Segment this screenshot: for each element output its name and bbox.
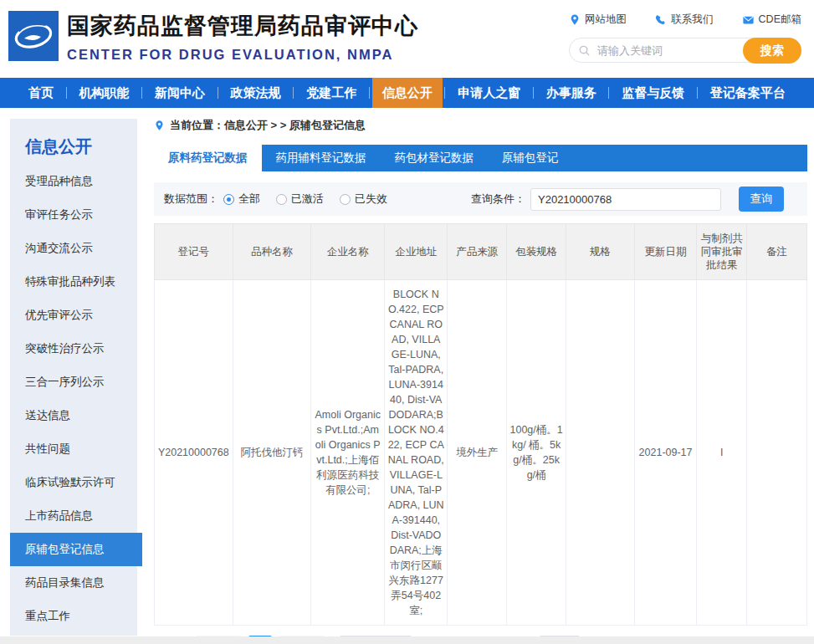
sidebar-item-breakthrough-therapy[interactable]: 突破性治疗公示 <box>10 332 137 365</box>
nav-divider <box>293 87 294 99</box>
contact-label: 联系我们 <box>671 13 713 27</box>
col-packaging-spec: 包装规格 <box>507 224 566 280</box>
nav-item-registration-platform[interactable]: 登记备案平台 <box>700 78 796 108</box>
cde-mail-link[interactable]: CDE邮箱 <box>742 13 801 27</box>
phone-icon <box>655 14 667 26</box>
col-update-date: 更新日期 <box>635 224 697 280</box>
location-pin-icon <box>569 13 581 26</box>
scope-radio-group: 全部 已激活 已失效 <box>223 192 387 207</box>
nav-item-home[interactable]: 首页 <box>18 78 64 108</box>
nav-item-organization[interactable]: 机构职能 <box>69 78 140 108</box>
sitemap-link[interactable]: 网站地图 <box>569 13 627 27</box>
nav-divider <box>218 87 218 99</box>
tab-api-registration-data[interactable]: 原料药登记数据 <box>154 145 262 171</box>
site-search-button[interactable]: 搜索 <box>743 38 801 64</box>
envelope-icon <box>742 14 755 26</box>
site-title: 国家药品监督管理局药品审评中心 <box>67 11 418 41</box>
tab-excipient-registration-data[interactable]: 药用辅料登记数据 <box>262 145 381 171</box>
cde-logo-icon <box>8 11 59 61</box>
tab-packaging-registration-data[interactable]: 药包材登记数据 <box>381 145 489 171</box>
col-spec: 规格 <box>566 224 635 280</box>
query-condition-input[interactable] <box>530 188 721 211</box>
col-variety-name: 品种名称 <box>233 224 311 280</box>
tab-raw-material-registration[interactable]: 原辅包登记 <box>488 145 573 171</box>
radio-expired-dot <box>340 194 351 205</box>
sidebar-item-communication[interactable]: 沟通交流公示 <box>10 232 137 265</box>
cell-variety-name: 阿托伐他汀钙 <box>233 280 311 626</box>
sidebar-title: 信息公开 <box>10 135 137 158</box>
search-icon <box>578 44 591 57</box>
cell-company-name: Amoli Organics Pvt.Ltd.;Amoli Organics P… <box>311 280 385 626</box>
radio-activated-label: 已激活 <box>291 192 324 207</box>
filter-bar: 数据范围： 全部 已激活 已失效 查询条件： <box>154 182 807 216</box>
nav-item-policy[interactable]: 政策法规 <box>221 78 291 108</box>
sidebar-item-clinical-trial-license[interactable]: 临床试验默示许可 <box>10 466 137 499</box>
sidebar-item-key-work[interactable]: 重点工作 <box>10 600 137 633</box>
content: 信息公开 受理品种信息 审评任务公示 沟通交流公示 特殊审批品种列表 优先审评公… <box>0 108 814 644</box>
col-company-address: 企业地址 <box>385 224 448 280</box>
sidebar-item-priority-review[interactable]: 优先审评公示 <box>10 299 137 332</box>
radio-all[interactable]: 全部 <box>223 192 260 207</box>
breadcrumb: 当前位置：信息公开 > > 原辅包登记信息 <box>154 116 807 135</box>
radio-expired[interactable]: 已失效 <box>340 192 387 207</box>
sidebar-item-drug-catalog[interactable]: 药品目录集信息 <box>10 566 137 600</box>
cell-joint-review-result: I <box>697 280 747 626</box>
main-panel: 当前位置：信息公开 > > 原辅包登记信息 原料药登记数据 药用辅料登记数据 药… <box>154 116 807 644</box>
nav-item-supervision-feedback[interactable]: 监督与反馈 <box>612 78 694 108</box>
col-joint-review-result: 与制剂共同审批审批结果 <box>697 224 747 280</box>
col-company-name: 企业名称 <box>311 224 385 280</box>
breadcrumb-text: 当前位置：信息公开 > > 原辅包登记信息 <box>170 118 366 133</box>
nav-divider <box>369 87 370 99</box>
nav-divider <box>66 87 67 99</box>
col-remarks: 备注 <box>747 224 807 280</box>
sidebar-item-special-approval-list[interactable]: 特殊审批品种列表 <box>10 265 137 299</box>
site-search-bar: 搜索 <box>569 38 801 63</box>
radio-activated-dot <box>276 194 287 205</box>
page: 国家药品监督管理局药品审评中心 CENTER FOR DRUG EVALUATI… <box>0 0 814 644</box>
nav-divider <box>141 87 142 99</box>
site-subtitle: CENTER FOR DRUG EVALUATION, NMPA <box>67 47 418 63</box>
nav-item-services[interactable]: 办事服务 <box>536 78 607 108</box>
col-product-source: 产品来源 <box>448 224 507 280</box>
tab-bar: 原料药登记数据 药用辅料登记数据 药包材登记数据 原辅包登记 <box>154 145 807 171</box>
nav-item-info-disclosure[interactable]: 信息公开 <box>372 78 443 108</box>
sitemap-label: 网站地图 <box>585 13 627 27</box>
table-header-row: 登记号 品种名称 企业名称 企业地址 产品来源 包装规格 规格 更新日期 与制剂… <box>155 224 807 280</box>
nav-divider <box>608 87 609 99</box>
contact-link[interactable]: 联系我们 <box>655 13 713 27</box>
radio-all-label: 全部 <box>238 192 260 207</box>
query-button[interactable]: 查询 <box>739 187 784 212</box>
nav-item-party-building[interactable]: 党建工作 <box>296 78 366 108</box>
nav-divider <box>444 87 445 99</box>
col-registration-no: 登记号 <box>155 224 233 280</box>
radio-all-dot <box>223 194 234 205</box>
sidebar: 信息公开 受理品种信息 审评任务公示 沟通交流公示 特殊审批品种列表 优先审评公… <box>10 119 137 636</box>
sidebar-item-common-issues[interactable]: 共性问题 <box>10 432 137 466</box>
cell-spec <box>566 280 635 626</box>
cell-company-address: BLOCK NO.422, ECP CANAL ROAD, VILLAGE-LU… <box>385 280 448 626</box>
cell-registration-no: Y20210000768 <box>155 280 233 626</box>
sidebar-item-review-tasks[interactable]: 审评任务公示 <box>10 198 137 232</box>
main-nav: 首页 机构职能 新闻中心 政策法规 党建工作 信息公开 申请人之窗 办事服务 监… <box>0 78 814 108</box>
sidebar-item-three-in-one-sequence[interactable]: 三合一序列公示 <box>10 365 137 399</box>
cell-packaging-spec: 100g/桶。1kg/ 桶。5kg/桶。25kg/桶 <box>507 280 566 626</box>
table-row: Y20210000768 阿托伐他汀钙 Amoli Organics Pvt.L… <box>155 280 807 626</box>
page-bottom-strip <box>0 636 814 644</box>
brand: 国家药品监督管理局药品审评中心 CENTER FOR DRUG EVALUATI… <box>67 11 418 63</box>
quick-links: 网站地图 联系我们 CDE邮箱 <box>569 13 801 27</box>
nav-divider <box>533 87 534 99</box>
nav-item-applicant-window[interactable]: 申请人之窗 <box>448 78 530 108</box>
nav-item-news[interactable]: 新闻中心 <box>145 78 215 108</box>
sidebar-item-delivery-info[interactable]: 送达信息 <box>10 399 137 432</box>
sidebar-item-accepted-varieties[interactable]: 受理品种信息 <box>10 165 137 198</box>
radio-activated[interactable]: 已激活 <box>276 192 324 207</box>
sidebar-item-marketed-drugs[interactable]: 上市药品信息 <box>10 499 137 533</box>
header-right: 网站地图 联系我们 CDE邮箱 <box>569 13 801 63</box>
cell-remarks <box>747 280 807 626</box>
nav-divider <box>697 87 698 99</box>
cde-mail-label: CDE邮箱 <box>759 13 801 27</box>
scope-label: 数据范围： <box>164 192 218 207</box>
sidebar-item-raw-material-registration[interactable]: 原辅包登记信息 <box>10 533 142 566</box>
breadcrumb-pin-icon <box>154 120 165 131</box>
query-condition-label: 查询条件： <box>471 192 525 207</box>
